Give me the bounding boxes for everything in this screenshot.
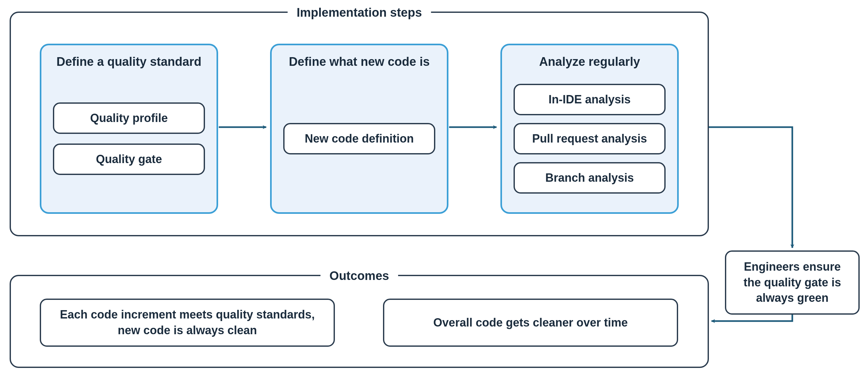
- chip-pull-request-analysis: Pull request analysis: [514, 123, 665, 154]
- chip-quality-gate: Quality gate: [53, 144, 205, 175]
- step-body: In-IDE analysis Pull request analysis Br…: [514, 78, 665, 199]
- engineers-node: Engineers ensure the quality gate is alw…: [725, 251, 860, 315]
- outcome-2: Overall code gets cleaner over time: [383, 298, 678, 347]
- step-body: New code definition: [283, 78, 435, 199]
- step-title: Define a quality standard: [57, 55, 202, 69]
- implementation-steps-container: Implementation steps Define a quality st…: [10, 11, 709, 236]
- arrow-engineers-to-outcomes: [711, 315, 792, 321]
- chip-branch-analysis: Branch analysis: [514, 162, 665, 194]
- arrow-impl-to-engineers: [709, 127, 792, 248]
- step-title: Define what new code is: [289, 55, 430, 69]
- chip-quality-profile: Quality profile: [53, 103, 205, 134]
- step-title: Analyze regularly: [539, 55, 640, 69]
- step-body: Quality profile Quality gate: [53, 78, 205, 199]
- outcomes-container: Outcomes Each code increment meets quali…: [10, 275, 709, 368]
- step-define-new-code: Define what new code is New code definit…: [270, 44, 448, 214]
- implementation-title: Implementation steps: [288, 6, 431, 20]
- chip-new-code-definition: New code definition: [283, 123, 435, 154]
- chip-in-ide-analysis: In-IDE analysis: [514, 84, 665, 115]
- step-analyze-regularly: Analyze regularly In-IDE analysis Pull r…: [500, 44, 679, 214]
- step-define-quality-standard: Define a quality standard Quality profil…: [40, 44, 218, 214]
- outcome-1: Each code increment meets quality standa…: [40, 298, 335, 347]
- outcomes-title: Outcomes: [320, 269, 398, 283]
